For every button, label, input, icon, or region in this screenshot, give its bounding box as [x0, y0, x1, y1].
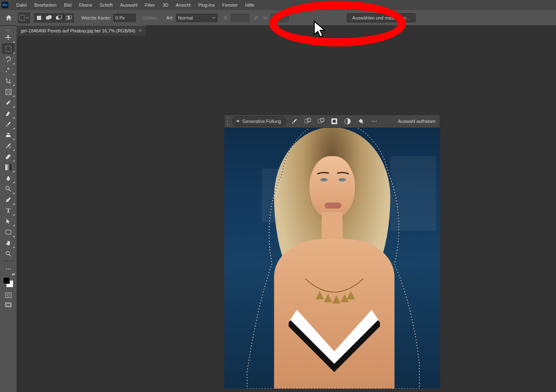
selection-intersect[interactable] [64, 13, 74, 22]
menu-hilfe[interactable]: Hilfe [241, 1, 258, 9]
selection-mode-group [34, 13, 74, 22]
svg-point-31 [338, 178, 346, 181]
svg-line-17 [9, 189, 11, 191]
svg-rect-1 [37, 16, 41, 20]
svg-rect-9 [6, 46, 11, 51]
svg-rect-21 [5, 293, 11, 298]
clone-stamp-tool[interactable] [2, 130, 15, 140]
document-tab-title: girl-1846490 Pexels auf Pixabay.jpg bei … [21, 28, 135, 33]
svg-rect-13 [6, 115, 7, 116]
hand-tool[interactable] [2, 238, 15, 248]
svg-rect-15 [5, 164, 11, 170]
zoom-tool[interactable] [2, 248, 15, 259]
contextual-task-bar: ✦ Generative Füllung ⋯ Auswahl aufheben [224, 115, 440, 128]
menu-auswahl[interactable]: Auswahl [116, 1, 141, 9]
menu-bild[interactable]: Bild [60, 1, 75, 9]
antialias-label: Glätten [142, 15, 157, 20]
menu-ebene[interactable]: Ebene [75, 1, 96, 9]
height-label: H: [263, 15, 268, 20]
drag-handle-icon[interactable] [227, 118, 230, 125]
svg-rect-0 [20, 15, 24, 20]
svg-point-30 [320, 178, 328, 181]
color-swatches[interactable]: ⇄ [2, 275, 15, 288]
menu-schrift[interactable]: Schrift [96, 1, 116, 9]
type-tool[interactable]: T [2, 205, 15, 216]
quick-selection-tool[interactable] [2, 65, 15, 76]
ctx-add-selection-icon[interactable] [302, 116, 313, 126]
svg-marker-26 [324, 294, 332, 302]
ctx-invert-icon[interactable] [329, 116, 340, 126]
close-tab-icon[interactable]: × [139, 28, 142, 34]
ctx-brush-icon[interactable] [289, 116, 300, 126]
canvas-area[interactable]: ✦ Generative Füllung ⋯ Auswahl aufheben [17, 36, 556, 392]
selection-new[interactable] [34, 13, 44, 22]
svg-marker-25 [316, 291, 324, 299]
svg-rect-32 [305, 119, 309, 123]
menu-bearbeiten[interactable]: Bearbeiten [31, 1, 60, 9]
rectangle-tool[interactable] [2, 227, 15, 238]
menu-ansicht[interactable]: Ansicht [172, 1, 194, 9]
crop-tool[interactable] [2, 76, 15, 86]
menu-fenster[interactable]: Fenster [218, 1, 241, 9]
quick-mask-toggle[interactable] [2, 290, 15, 300]
swap-wh-icon [252, 13, 261, 22]
marquee-tool[interactable] [2, 43, 15, 54]
home-button[interactable] [2, 12, 15, 24]
pen-tool[interactable] [2, 194, 15, 205]
svg-rect-8 [68, 16, 69, 19]
select-and-mask-button[interactable]: Auswählen und maskieren… [347, 13, 416, 22]
gradient-tool[interactable] [2, 162, 15, 173]
ctx-mask-icon[interactable] [342, 116, 353, 126]
width-input [231, 14, 249, 22]
options-bar: Weiche Kante: Glätten Art: Normal B: H: … [0, 10, 556, 26]
selection-add[interactable] [44, 13, 54, 22]
generative-fill-button[interactable]: ✦ Generative Füllung [232, 116, 287, 126]
ctx-subtract-selection-icon[interactable] [316, 116, 326, 126]
tools-panel: T ⋯ ⇄ [0, 26, 17, 392]
svg-point-16 [6, 186, 9, 190]
frame-tool[interactable] [2, 86, 15, 97]
healing-brush-tool[interactable] [2, 108, 15, 119]
eraser-tool[interactable] [2, 151, 15, 162]
eyedropper-tool[interactable] [2, 97, 15, 108]
svg-point-14 [9, 147, 11, 148]
selection-subtract[interactable] [54, 13, 64, 22]
feather-label: Weiche Kante: [81, 15, 111, 20]
svg-marker-27 [332, 295, 340, 304]
deselect-button[interactable]: Auswahl aufheben [396, 119, 437, 124]
menu-filter[interactable]: Filter [141, 1, 159, 9]
feather-input[interactable] [113, 14, 136, 22]
history-brush-tool[interactable] [2, 140, 15, 151]
menu-datei[interactable]: Datei [12, 1, 31, 9]
svg-rect-18 [6, 230, 11, 234]
svg-rect-5 [58, 15, 61, 19]
dodge-tool[interactable] [2, 184, 15, 194]
swap-colors-icon[interactable]: ⇄ [12, 272, 15, 277]
document-tab-bar: girl-1846490 Pexels auf Pixabay.jpg bei … [17, 26, 556, 36]
screen-mode-toggle[interactable] [2, 300, 15, 310]
svg-rect-33 [307, 118, 311, 122]
tool-preset-picker[interactable] [18, 12, 30, 23]
sparkle-icon: ✦ [236, 118, 240, 124]
svg-rect-35 [321, 118, 324, 122]
generative-fill-label: Generative Füllung [242, 119, 281, 124]
menu-3d[interactable]: 3D [159, 1, 172, 9]
svg-point-22 [7, 294, 10, 296]
ctx-fill-icon[interactable] [355, 116, 366, 126]
collapse-handle-icon[interactable] [0, 28, 17, 32]
document-tab[interactable]: girl-1846490 Pexels auf Pixabay.jpg bei … [17, 25, 146, 36]
ctx-more-icon[interactable]: ⋯ [369, 116, 380, 126]
move-tool[interactable] [2, 32, 15, 43]
brush-tool[interactable] [2, 119, 15, 130]
path-selection-tool[interactable] [2, 216, 15, 227]
lasso-tool[interactable] [2, 54, 15, 65]
menu-plugins[interactable]: Plug-ins [194, 1, 218, 9]
foreground-color-swatch[interactable] [3, 277, 10, 284]
svg-line-20 [9, 255, 11, 256]
document-canvas[interactable] [224, 115, 440, 389]
svg-point-37 [333, 120, 336, 123]
style-select[interactable]: Normal [176, 14, 218, 22]
svg-marker-29 [347, 291, 355, 299]
style-label: Art: [167, 15, 174, 20]
blur-tool[interactable] [2, 173, 15, 184]
